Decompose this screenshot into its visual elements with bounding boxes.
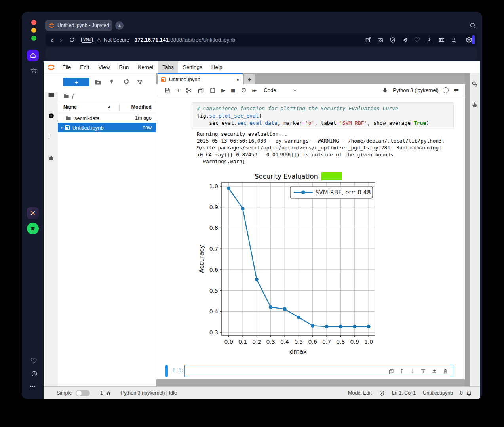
new-tab-button[interactable]: + xyxy=(115,21,124,30)
sort-ascending-icon[interactable]: ▲ xyxy=(108,105,110,109)
filter-files-icon[interactable] xyxy=(137,79,143,85)
minimize-window-button[interactable] xyxy=(31,28,36,33)
back-button[interactable]: ‹ xyxy=(50,36,53,44)
download-icon[interactable] xyxy=(426,37,432,43)
home-icon[interactable] xyxy=(27,50,39,61)
svg-text:0.9: 0.9 xyxy=(209,204,218,210)
heart-sidebar-icon[interactable]: ♡ xyxy=(30,356,37,365)
interrupt-kernel-icon[interactable]: ■ xyxy=(231,88,235,93)
vpn-badge[interactable]: VPN xyxy=(81,37,93,43)
clock-icon[interactable] xyxy=(31,370,38,377)
sliders-icon[interactable] xyxy=(438,37,445,43)
more-options-icon[interactable]: ••• xyxy=(30,384,36,389)
svg-text:0.2: 0.2 xyxy=(252,339,261,345)
close-window-button[interactable] xyxy=(31,20,36,25)
debugger-sidebar-icon[interactable] xyxy=(472,102,478,108)
tab-modified-dot[interactable]: ● xyxy=(236,77,239,82)
run-cell-icon[interactable]: ▶ xyxy=(221,87,225,93)
search-icon[interactable] xyxy=(470,22,476,30)
forward-button[interactable]: › xyxy=(60,36,63,44)
move-cell-up-icon[interactable]: ↑ xyxy=(399,368,405,375)
column-header-name[interactable]: Name xyxy=(63,104,77,110)
cell-type-select[interactable]: Code xyxy=(264,87,276,93)
insert-cell-above-icon[interactable] xyxy=(420,368,426,374)
menu-edit[interactable]: Edit xyxy=(76,61,94,73)
warning-icon: ⚠ xyxy=(96,37,101,43)
spotify-app-icon[interactable] xyxy=(27,223,39,234)
hamburger-menu-icon[interactable]: ≡ xyxy=(453,86,459,94)
cut-cell-icon[interactable] xyxy=(186,87,192,93)
copy-cell-icon[interactable] xyxy=(198,87,204,93)
statusbar-bug-icon[interactable] xyxy=(106,390,111,396)
kernel-status-icon[interactable] xyxy=(443,87,449,93)
new-notebook-tab-button[interactable]: + xyxy=(244,74,255,84)
warnings-count[interactable]: 1 xyxy=(100,390,103,396)
paste-cell-icon[interactable] xyxy=(209,87,216,93)
property-inspector-icon[interactable] xyxy=(472,81,478,87)
reload-button[interactable] xyxy=(69,37,75,43)
maximize-window-button[interactable] xyxy=(31,36,36,41)
menu-settings[interactable]: Settings xyxy=(178,61,207,73)
sidebar-indicator-bar[interactable] xyxy=(472,35,475,44)
svg-text:0.4: 0.4 xyxy=(280,339,289,345)
restart-kernel-icon[interactable] xyxy=(241,87,247,93)
favorites-heart-icon[interactable]: ♡ xyxy=(414,36,420,44)
extension-manager-tab-icon[interactable] xyxy=(45,151,58,164)
compose-icon[interactable] xyxy=(365,37,371,43)
browser-tab[interactable]: Untitled.ipynb - JupyterLab xyxy=(45,20,112,31)
toolbox-app-icon[interactable] xyxy=(27,207,39,219)
notebook-scroll-area[interactable]: # Convenience function for plotting the … xyxy=(156,96,465,379)
save-icon[interactable] xyxy=(164,87,171,93)
menu-view[interactable]: View xyxy=(94,61,114,73)
column-header-modified[interactable]: Modified xyxy=(122,104,152,110)
share-icon[interactable] xyxy=(402,37,408,43)
security-label[interactable]: Not Secure xyxy=(104,37,129,43)
jupyter-favicon xyxy=(49,23,55,29)
breadcrumb[interactable]: / xyxy=(72,93,74,100)
table-of-contents-tab-icon[interactable] xyxy=(45,130,58,143)
delete-cell-icon[interactable] xyxy=(443,368,448,374)
new-launcher-button[interactable]: + xyxy=(63,78,89,86)
shield-icon[interactable] xyxy=(390,37,396,43)
mode-indicator: Mode: Edit xyxy=(348,390,372,396)
extensions-cube-icon[interactable] xyxy=(466,36,472,43)
menu-tabs[interactable]: Tabs xyxy=(158,61,179,73)
simple-mode-toggle[interactable] xyxy=(76,390,90,396)
kernel-status-label[interactable]: Python 3 (ipykernel) | Idle xyxy=(121,390,177,396)
bell-icon[interactable] xyxy=(466,390,472,396)
menu-help[interactable]: Help xyxy=(207,61,227,73)
svg-text:Accuracy: Accuracy xyxy=(198,245,205,273)
new-folder-icon[interactable] xyxy=(95,79,101,86)
move-cell-down-icon[interactable]: ↓ xyxy=(410,368,415,375)
menu-kernel[interactable]: Kernel xyxy=(133,61,158,73)
notebook-tab[interactable]: Untitled.ipynb ● xyxy=(158,74,243,84)
trust-shield-icon[interactable] xyxy=(379,390,385,396)
profile-icon[interactable] xyxy=(451,37,457,43)
cursor-position[interactable]: Ln 1, Col 1 xyxy=(392,390,416,396)
notifications-count[interactable]: 0 xyxy=(460,390,463,396)
menu-run[interactable]: Run xyxy=(114,61,133,73)
camera-icon[interactable] xyxy=(377,37,384,43)
debugger-bug-icon[interactable] xyxy=(382,87,388,93)
star-icon[interactable]: ☆ xyxy=(30,66,38,75)
breadcrumb-folder-icon[interactable] xyxy=(63,93,69,99)
refresh-icon[interactable] xyxy=(123,78,129,85)
chevron-down-icon[interactable] xyxy=(293,88,297,93)
duplicate-cell-icon[interactable] xyxy=(388,368,394,374)
url-path[interactable]: :8888/lab/tree/Untitled.ipynb xyxy=(169,37,235,43)
panel-divider[interactable] xyxy=(465,73,470,386)
insert-cell-below-icon[interactable] xyxy=(432,368,437,374)
menu-file[interactable]: File xyxy=(58,61,76,73)
url-host[interactable]: 172.16.71.141 xyxy=(135,37,169,43)
running-kernels-tab-icon[interactable] xyxy=(45,109,58,122)
kernel-name[interactable]: Python 3 (ipykernel) xyxy=(393,87,439,93)
insert-cell-icon[interactable]: + xyxy=(176,86,180,94)
svg-text:0.7: 0.7 xyxy=(322,339,331,345)
upload-icon[interactable] xyxy=(108,79,115,85)
file-browser-tab-icon[interactable] xyxy=(45,88,58,101)
empty-cell-input[interactable]: ↑ ↓ xyxy=(184,365,453,377)
code-cell-input[interactable]: # Convenience function for plotting the … xyxy=(192,102,454,129)
restart-run-all-icon[interactable]: ▸▸ xyxy=(252,87,256,93)
file-row-untitled-ipynb[interactable]: ● Untitled.ipynb now xyxy=(58,123,156,132)
file-row-secml-data[interactable]: secml-data 1m ago xyxy=(58,113,156,123)
